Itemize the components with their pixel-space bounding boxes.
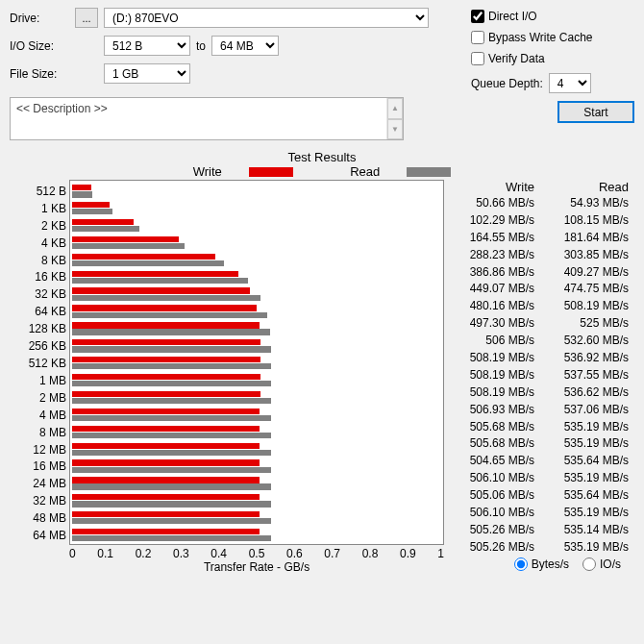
cell-write: 505.68 MB/s (446, 420, 540, 433)
table-row: 386.86 MB/s409.27 MB/s (446, 263, 634, 281)
read-bar (72, 381, 271, 386)
description-box[interactable]: << Description >> ▲ ▼ (10, 97, 404, 140)
write-bar (72, 236, 179, 242)
write-bar (72, 322, 260, 328)
scroll-up-icon[interactable]: ▲ (387, 98, 403, 119)
verify-checkbox[interactable]: Verify Data (471, 52, 634, 65)
y-axis-label: 64 KB (18, 305, 66, 318)
read-bar (72, 501, 271, 507)
bypass-input[interactable] (471, 31, 484, 44)
write-bar (72, 374, 260, 380)
bar-row (72, 200, 441, 217)
cell-read: 535.64 MB/s (540, 454, 634, 467)
drive-select[interactable]: (D:) 870EVO (104, 8, 429, 28)
write-bar (72, 305, 257, 310)
y-axis-label: 64 MB (18, 529, 66, 542)
cell-read: 508.19 MB/s (540, 299, 634, 312)
cell-read: 535.19 MB/s (540, 540, 634, 554)
y-axis-label: 32 MB (18, 494, 66, 508)
bar-row (72, 268, 441, 285)
write-bar (72, 271, 238, 277)
bar-row (72, 285, 441, 303)
chart-legend: Write Read (10, 164, 634, 179)
filesize-select[interactable]: 1 GB (104, 63, 190, 84)
unit-ios-radio[interactable]: IO/s (582, 557, 621, 571)
browse-button[interactable]: ... (75, 8, 98, 28)
read-bar (72, 433, 271, 438)
results-panel: Test Results Write Read 512 B1 KB2 KB4 K… (0, 146, 644, 574)
bar-row (72, 183, 441, 200)
bar-row (72, 337, 441, 355)
y-axis-label: 128 KB (18, 322, 66, 335)
bar-row (72, 527, 441, 544)
write-bar (72, 391, 260, 397)
x-tick-label: 1 (437, 547, 444, 560)
cell-read: 537.06 MB/s (540, 403, 634, 416)
cell-write: 504.65 MB/s (446, 454, 540, 467)
cell-write: 508.19 MB/s (446, 351, 540, 364)
read-bar (72, 278, 248, 284)
results-title: Test Results (10, 150, 634, 164)
table-row: 288.23 MB/s303.85 MB/s (446, 246, 634, 263)
direct-io-checkbox[interactable]: Direct I/O (471, 10, 634, 23)
cell-write: 386.86 MB/s (446, 265, 540, 279)
x-tick-label: 0.3 (173, 547, 189, 560)
bar-row (72, 217, 441, 235)
iosize-from-select[interactable]: 512 B (104, 36, 190, 56)
cell-write: 505.06 MB/s (446, 488, 540, 502)
cell-read: 535.19 MB/s (540, 436, 634, 450)
read-bar (72, 415, 271, 421)
bar-row (72, 372, 441, 389)
table-row: 164.55 MB/s181.64 MB/s (446, 229, 634, 246)
iosize-label: I/O Size: (10, 39, 75, 53)
table-row: 505.06 MB/s535.64 MB/s (446, 486, 634, 504)
iosize-to-select[interactable]: 64 MB (211, 36, 279, 56)
cell-read: 525 MB/s (540, 316, 634, 330)
description-scroll[interactable]: ▲ ▼ (386, 98, 403, 139)
verify-input[interactable] (471, 52, 484, 65)
read-bar (72, 450, 271, 456)
bar-row (72, 235, 441, 252)
write-bar (72, 426, 260, 432)
chart-y-labels: 512 B1 KB2 KB4 KB8 KB16 KB32 KB64 KB128 … (20, 181, 68, 544)
y-axis-label: 12 MB (18, 443, 66, 457)
cell-read: 536.62 MB/s (540, 385, 634, 399)
col-read-header: Read (540, 180, 634, 194)
unit-bytes-radio[interactable]: Bytes/s (514, 557, 569, 571)
y-axis-label: 1 MB (18, 374, 66, 387)
write-bar (72, 185, 91, 190)
table-row: 505.68 MB/s535.19 MB/s (446, 434, 634, 452)
direct-io-input[interactable] (471, 10, 484, 23)
bar-row (72, 389, 441, 407)
scroll-down-icon[interactable]: ▼ (387, 119, 403, 140)
bypass-checkbox[interactable]: Bypass Write Cache (471, 31, 634, 44)
table-row: 506 MB/s532.60 MB/s (446, 332, 634, 349)
cell-read: 532.60 MB/s (540, 334, 634, 347)
cell-write: 480.16 MB/s (446, 299, 540, 312)
read-bar (72, 243, 185, 249)
y-axis-label: 1 KB (18, 202, 66, 215)
table-row: 504.65 MB/s535.64 MB/s (446, 452, 634, 469)
bar-row (72, 252, 441, 269)
write-bar (72, 287, 250, 293)
start-button[interactable]: Start (557, 101, 634, 123)
write-bar (72, 219, 134, 225)
write-bar (72, 254, 215, 260)
x-tick-label: 0.5 (249, 547, 265, 560)
bar-row (72, 303, 441, 320)
x-tick-label: 0.1 (97, 547, 113, 560)
x-tick-label: 0.2 (136, 547, 152, 560)
description-placeholder: << Description >> (11, 98, 386, 139)
chart-area: 512 B1 KB2 KB4 KB8 KB16 KB32 KB64 KB128 … (69, 180, 444, 545)
queue-depth-select[interactable]: 4 (549, 73, 591, 93)
y-axis-label: 4 MB (18, 409, 66, 422)
chart-bars (72, 183, 441, 542)
table-row: 480.16 MB/s508.19 MB/s (446, 297, 634, 314)
table-row: 508.19 MB/s536.62 MB/s (446, 384, 634, 401)
table-row: 449.07 MB/s474.75 MB/s (446, 280, 634, 297)
write-bar (72, 202, 110, 208)
col-write-header: Write (446, 180, 540, 194)
cell-read: 535.14 MB/s (540, 523, 634, 536)
y-axis-label: 2 KB (18, 219, 66, 233)
settings-panel: Drive: ... (D:) 870EVO I/O Size: 512 B t… (0, 0, 644, 146)
